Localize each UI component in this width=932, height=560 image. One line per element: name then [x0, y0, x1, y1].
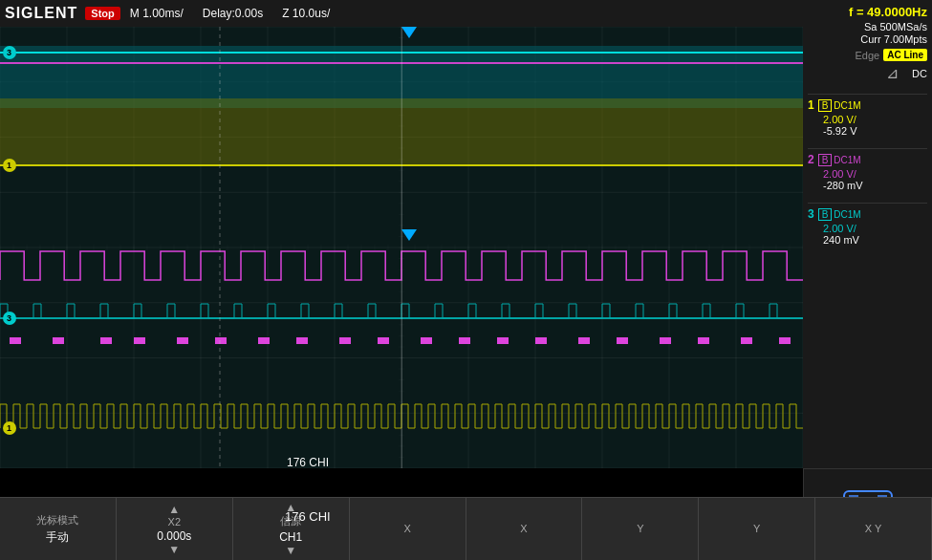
center-line [401, 27, 402, 468]
toolbar-label-cursor-mode-bot: 手动 [46, 529, 69, 546]
dc-label: DC [912, 68, 927, 79]
edge-label: Edge [856, 50, 880, 61]
timebase-info: M 1.00ms/ [130, 7, 184, 20]
ch3-coupling: DC1M [834, 209, 860, 220]
toolbar-btn-y2[interactable]: Y [699, 498, 815, 560]
ch1-offset: -5.92 V [808, 125, 927, 137]
freq-display: f = 49.0000Hz [808, 5, 927, 19]
toolbar-label-x2b-top: X [520, 523, 527, 534]
toolbar-btn-x2b[interactable]: X [466, 498, 583, 560]
down-arrow-icon-2: ▼ [285, 544, 296, 557]
ch2-badge: B [818, 154, 833, 166]
right-panel: f = 49.0000Hz Sa 500MSa/s Curr 7.00Mpts … [803, 0, 932, 468]
toolbar-btn-y[interactable]: Y [582, 498, 699, 560]
toolbar-label-y2-top: Y [753, 523, 760, 534]
ch1-info: 1 B DC1M 2.00 V/ -5.92 V [808, 94, 927, 140]
ch1-badge: B [818, 99, 833, 112]
down-arrow-icon: ▼ [168, 543, 180, 556]
toolbar: 光标模式 手动 ▲ X2 0.000s ▼ ▲ 信源 CH1 ▼ X X Y Y… [0, 497, 932, 560]
ch1-coupling: DC1M [834, 100, 860, 111]
sa-info: Sa 500MSa/s [808, 21, 927, 32]
ac-line-badge: AC Line [883, 49, 927, 61]
ch2-offset: -280 mV [808, 180, 927, 191]
ch1-volt: 2.00 V/ [808, 114, 927, 125]
ch3-offset: 240 mV [808, 234, 927, 246]
ch2-volt: 2.00 V/ [808, 168, 927, 180]
stop-badge: Stop [85, 7, 119, 20]
cursor-chi-label: 176 CHI [285, 509, 331, 524]
toolbar-label-x2-bot: 0.000s [157, 529, 191, 543]
scope-screen: SIGLENT Stop M 1.00ms/ Delay:0.00s Z 10.… [0, 0, 803, 468]
edge-row: Edge AC Line [808, 49, 927, 61]
toolbar-label-x-top: X [403, 523, 410, 534]
ch2-info: 2 B DC1M 2.00 V/ -280 mV [808, 148, 927, 195]
toolbar-btn-cursor-mode[interactable]: 光标模式 手动 [0, 498, 117, 560]
toolbar-label-xy-top: X Y [865, 523, 882, 534]
toolbar-btn-x[interactable]: X [350, 498, 466, 560]
toolbar-label-x2-top: X2 [168, 516, 181, 528]
siglent-logo: SIGLENT [5, 5, 77, 22]
trig-slope-icon: ⊿ [886, 64, 899, 82]
toolbar-btn-xy[interactable]: X Y [815, 498, 932, 560]
ch3-badge: B [818, 208, 833, 221]
ch3-volt: 2.00 V/ [808, 223, 927, 234]
curr-info: Curr 7.00Mpts [808, 33, 927, 45]
delay-info: Delay:0.00s [203, 7, 263, 20]
up-arrow-icon: ▲ [168, 503, 180, 516]
trigger-arrow-mid [401, 229, 417, 241]
toolbar-label-y-top: Y [637, 523, 643, 534]
ch3-num: 3 [808, 207, 814, 221]
toolbar-label-cursor-mode-top: 光标模式 [36, 513, 78, 528]
toolbar-btn-x2[interactable]: ▲ X2 0.000s ▼ [117, 498, 233, 560]
ch2-coupling: DC1M [834, 155, 860, 165]
zoom-info: Z 10.0us/ [282, 7, 330, 20]
ch3-info: 3 B DC1M 2.00 V/ 240 mV [808, 203, 927, 249]
toolbar-label-source-bot: CH1 [279, 530, 302, 544]
trigger-arrow-top [401, 27, 417, 38]
top-bar: SIGLENT Stop M 1.00ms/ Delay:0.00s Z 10.… [0, 0, 803, 27]
ch1-num: 1 [808, 98, 814, 112]
toolbar-btn-source[interactable]: ▲ 信源 CH1 ▼ [233, 498, 350, 560]
ch2-num: 2 [808, 153, 814, 166]
